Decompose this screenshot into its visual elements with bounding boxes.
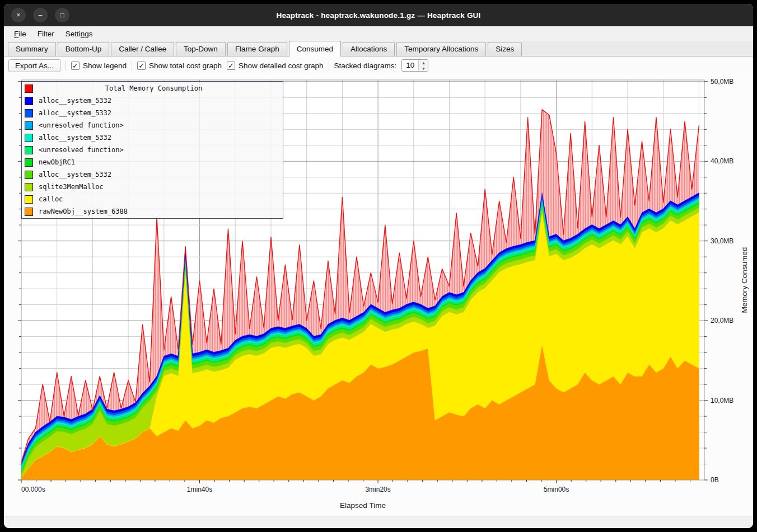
- legend-entry: calloc: [22, 193, 283, 205]
- legend-entry: alloc__system_5332: [22, 131, 283, 144]
- spinner-down-icon[interactable]: ▼: [419, 65, 428, 71]
- stacked-diagrams-value[interactable]: 10: [402, 60, 418, 71]
- tab-flame-graph[interactable]: Flame Graph: [227, 42, 287, 56]
- y-tick-labels: 0B10,0MB20,0MB30,0MB40,0MB50,0MB: [711, 78, 733, 484]
- svg-text:1min40s: 1min40s: [187, 486, 212, 493]
- x-tick-labels: 00.000s1min40s3min20s5min00s: [21, 486, 569, 493]
- legend-title: Total Memory Consumption: [105, 84, 202, 92]
- legend-entry-label: newObjRC1: [39, 158, 75, 166]
- chart-region: 00.000s1min40s3min20s5min00s0B10,0MB20,0…: [4, 74, 753, 516]
- export-as-button[interactable]: Export As...: [8, 59, 60, 72]
- legend-entry: sqlite3MemMalloc: [22, 181, 283, 193]
- y-axis-title: Memory Consumed: [740, 247, 749, 313]
- spinner-arrows: ▲ ▼: [418, 60, 428, 71]
- tabbar: SummaryBottom-UpCaller / CalleeTop-DownF…: [4, 41, 753, 57]
- legend-swatch: [25, 195, 33, 204]
- window-title: Heaptrack - heaptrack.wakunode.1.gz — He…: [276, 11, 480, 20]
- tab-summary[interactable]: Summary: [8, 42, 56, 56]
- minimize-button[interactable]: –: [33, 8, 48, 22]
- legend-swatch: [25, 97, 33, 105]
- legend-entry-label: <unresolved function>: [39, 121, 124, 129]
- legend-swatch: [25, 121, 33, 130]
- legend-entry: alloc__system_5332: [22, 168, 283, 181]
- checkbox-show-legend[interactable]: ✓Show legend: [71, 62, 127, 70]
- titlebar[interactable]: ×–□ Heaptrack - heaptrack.wakunode.1.gz …: [4, 4, 753, 26]
- checkbox-show-total-cost-graph[interactable]: ✓Show total cost graph: [137, 62, 222, 70]
- checkbox-icon[interactable]: ✓: [71, 62, 80, 70]
- toolbar: Export As... ✓Show legend✓Show total cos…: [4, 57, 753, 74]
- legend-swatch: [25, 134, 33, 142]
- spinner-up-icon[interactable]: ▲: [419, 60, 428, 65]
- tab-bottom-up[interactable]: Bottom-Up: [58, 42, 110, 56]
- legend-entry-label: alloc__system_5332: [39, 109, 111, 117]
- legend-title-row: Total Memory Consumption: [22, 82, 283, 95]
- legend-entry: alloc__system_5332: [22, 107, 283, 119]
- legend-entry-label: alloc__system_5332: [39, 134, 111, 142]
- checkbox-label: Show total cost graph: [149, 62, 222, 70]
- checkbox-show-detailed-cost-graph[interactable]: ✓Show detailed cost graph: [227, 62, 324, 70]
- legend-swatch: [25, 171, 33, 179]
- checkbox-label: Show detailed cost graph: [239, 62, 324, 70]
- legend-swatch: [25, 158, 33, 167]
- maximize-button[interactable]: □: [55, 8, 69, 22]
- svg-text:10,0MB: 10,0MB: [711, 397, 733, 404]
- svg-text:30,0MB: 30,0MB: [711, 237, 733, 245]
- legend-entry-label: rawNewObj__system_6388: [39, 208, 128, 215]
- checkbox-icon[interactable]: ✓: [137, 62, 146, 70]
- svg-text:5min00s: 5min00s: [544, 486, 569, 493]
- stacked-diagrams-label: Stacked diagrams:: [334, 62, 397, 70]
- legend-swatch: [25, 109, 33, 117]
- heaptrack-window: ×–□ Heaptrack - heaptrack.wakunode.1.gz …: [4, 4, 753, 528]
- legend-entry: alloc__system_5332: [22, 95, 283, 107]
- legend-entry-label: <unresolved function>: [39, 146, 124, 154]
- x-axis-title: Elapsed Time: [340, 501, 386, 510]
- close-button[interactable]: ×: [11, 8, 26, 22]
- svg-text:40,0MB: 40,0MB: [711, 157, 733, 165]
- stacked-diagrams-spinner[interactable]: 10 ▲ ▼: [401, 59, 428, 72]
- toolbar-separator: [132, 60, 132, 70]
- svg-text:20,0MB: 20,0MB: [711, 317, 733, 324]
- legend-entry-label: alloc__system_5332: [39, 171, 111, 178]
- legend-entry: <unresolved function>: [22, 119, 283, 131]
- svg-text:3min20s: 3min20s: [365, 486, 390, 493]
- svg-text:50,0MB: 50,0MB: [711, 78, 733, 86]
- x-axis-ticks: [21, 480, 690, 483]
- svg-text:0B: 0B: [711, 476, 719, 484]
- legend-swatch: [25, 146, 33, 154]
- legend-swatch: [25, 84, 33, 93]
- tab-consumed[interactable]: Consumed: [289, 41, 341, 57]
- menubar: FileFilterSettings: [4, 26, 753, 41]
- svg-text:00.000s: 00.000s: [21, 486, 45, 493]
- chart-legend: Total Memory Consumptionalloc__system_53…: [21, 81, 283, 219]
- legend-entry: newObjRC1: [22, 156, 283, 168]
- tab-allocations[interactable]: Allocations: [343, 42, 395, 56]
- tab-sizes[interactable]: Sizes: [488, 42, 522, 56]
- legend-swatch: [25, 183, 33, 191]
- legend-entry-label: sqlite3MemMalloc: [39, 183, 104, 191]
- toolbar-separator: [66, 60, 66, 70]
- tab-caller-callee[interactable]: Caller / Callee: [111, 42, 174, 56]
- legend-swatch: [25, 208, 33, 216]
- menu-settings[interactable]: Settings: [60, 28, 99, 40]
- menu-filter[interactable]: Filter: [32, 28, 60, 40]
- tab-top-down[interactable]: Top-Down: [176, 42, 226, 56]
- window-controls: ×–□: [11, 8, 69, 22]
- checkbox-icon[interactable]: ✓: [227, 62, 235, 70]
- legend-entry: <unresolved function>: [22, 144, 283, 156]
- legend-entry: rawNewObj__system_6388: [22, 205, 283, 218]
- tab-temporary-allocations[interactable]: Temporary Allocations: [396, 42, 486, 56]
- legend-entry-label: alloc__system_5332: [39, 97, 111, 105]
- toolbar-separator: [329, 60, 329, 70]
- menu-file[interactable]: File: [8, 28, 32, 40]
- legend-entry-label: calloc: [39, 195, 63, 203]
- checkbox-label: Show legend: [83, 62, 127, 70]
